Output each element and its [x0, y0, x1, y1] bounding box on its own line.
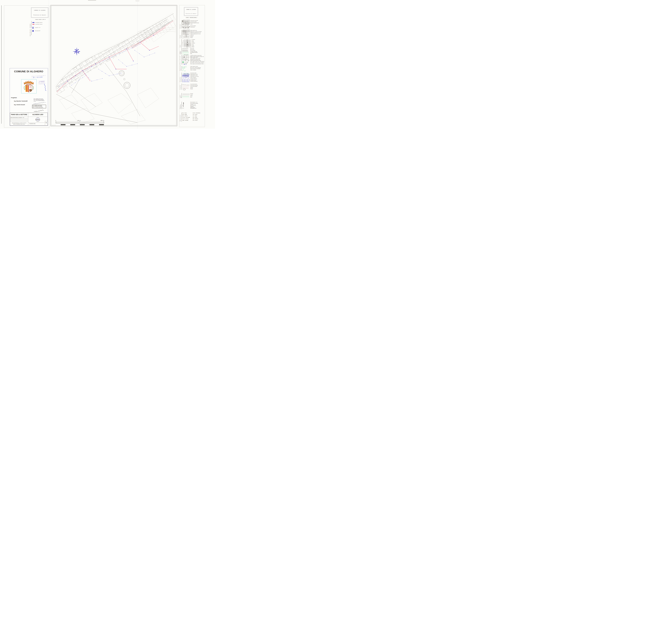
title-box-left: COMUNE DI ALGHERO Provincia di Sassari [31, 8, 48, 18]
scale-label-0: 0 [56, 120, 56, 121]
sent-symbol [182, 37, 190, 39]
legend-row-label: Provincia [190, 93, 204, 94]
legend-row: Cancellata, staccionata, rete metallica,… [182, 51, 204, 53]
signature-dirigente [43, 84, 47, 91]
abbreviation-right: P.tta - Pinnetta [193, 118, 204, 120]
legend-row-label: Pozzo, sorgente, presa, abbeveratoio, fo… [190, 63, 204, 64]
swatch-linee-media-tensione [33, 24, 34, 25]
stamp-allegato-number: 45 [33, 77, 34, 78]
stamp-cagliari-line2: PROVINCIA CAGLIARI [36, 99, 45, 100]
scale-segment [94, 124, 99, 125]
legend-row-label: Strada a due o tre corsie (7 mt ed oltre… [190, 31, 204, 32]
legend-row-label: Albero di essenza non identificabile [190, 69, 204, 69]
section-brace [182, 112, 182, 122]
legend-row: Comune [182, 94, 204, 96]
legend-row-label: Tabernacolo, croce isolata, grotta, staz… [190, 59, 204, 61]
stamp-allegato-del: del [35, 77, 36, 78]
legend-row-label: Punto Geodetico Catastale [190, 103, 204, 104]
lbosco-symbol [182, 97, 190, 99]
segni-legend: Ferroviestazioni in costruzioneFerrovia … [180, 20, 204, 129]
legend-row: C. lo in sede propriaTranviein sede stra… [182, 24, 204, 25]
scale-segment [56, 124, 61, 125]
legend-row-label: Bosco [190, 97, 204, 97]
table-ruled-line [10, 120, 28, 121]
legend-row: su viadottoCanale largo meno di 3 metri [182, 76, 204, 77]
abbreviation-right: G.na - Genna [193, 114, 204, 116]
table-ruled-line [10, 121, 28, 122]
legend-row: Frutteto, agrumeto, oliveto [182, 66, 204, 67]
section-label: Limiti di: [180, 93, 181, 98]
legend-row: Scarpata [182, 87, 204, 88]
svg-text:63.8: 63.8 [182, 108, 184, 108]
stamp-ordine-sassari: ORDINE INGEGNERI PROVINCIA DI SASSARI N.… [32, 105, 46, 108]
abbreviation-left: N.ghe - Nuraghe [182, 120, 193, 121]
table-sub2-cell: INDICAZIONE DELLO STATO DI FATTO PER LE … [10, 122, 28, 125]
legend-row-label: In muratura [192, 43, 206, 44]
abbreviation-row: Cuc.ru - CuccuruP.tta - Pinnetta [182, 118, 204, 120]
section-label: Ferrovie [180, 20, 181, 28]
section-label: Elementi divisori [180, 48, 181, 54]
scale-label-1000: 1000 mt. [100, 120, 105, 121]
legend-row-label: Bosco ceduo, macchia mediterranea [190, 67, 204, 68]
table-date-cell: GIUGNO 2001 [29, 123, 36, 124]
table-sheet-number: 5 [45, 122, 47, 124]
abbreviation-row: B.de - BaddeG.na - Genna [182, 114, 204, 116]
stamp-sassari-name: Dr. Ing. ANTONIO GAVINO DURANTI [35, 107, 43, 108]
legend-row-label: Rocciaio [190, 88, 204, 89]
compass-north-label: N [77, 51, 79, 52]
legend-row: 50Curva di livello direttrice [182, 84, 204, 85]
legend-row-label: Chiesa, cappella, cimitero, miniera [190, 58, 204, 59]
legend-row-label: Conduttura importante energia elettrica [190, 55, 204, 56]
segni-section-idrografia: IdrografiaLago, stagno, paludesu viadott… [180, 73, 204, 82]
legend-row-label: Canale largo oltre 3 metri [190, 74, 204, 74]
legend-row-label: Lago, stagno, palude [190, 73, 204, 73]
legend-row: Chiesa, cappella, cimitero, miniera [182, 58, 204, 59]
coat-of-arms [21, 79, 37, 94]
legend-row-label: Sentiero [190, 37, 204, 38]
em-group-brace [31, 21, 32, 28]
legend-row: In muratura [184, 39, 204, 40]
abbreviation-row: Cuc.du - CuccuredduM.za - Mitza [182, 117, 204, 118]
stai-logo-text: S.T.A.I. [34, 119, 42, 120]
table-sub2-line1: INDICAZIONE DELLO STATO DI FATTO [10, 122, 28, 123]
table-row1-rule [10, 117, 47, 117]
segni-section-ferrovie: Ferroviestazioni in costruzioneFerrovia … [180, 20, 204, 28]
stamp-cagliari-line3: Dott. Ing. MASSIMO TUMMINELLI [36, 100, 45, 101]
legend-row-label: Attraversamenti [190, 27, 204, 27]
legend-row-label: Muro a calce [190, 48, 204, 49]
swatch-linee-bassa-tensione [33, 22, 34, 23]
legend-row-label: Punto Geodetico I. G. M. [190, 102, 204, 102]
legend-subgroup-label: per ferrovie [182, 39, 183, 43]
segni-section-limiti-di-: Limiti di:ProvinciaComuneColturaBosco [180, 93, 204, 98]
pozzo-symbol [182, 63, 190, 65]
legend-row-label: Ferrovia in disarmo [190, 26, 204, 26]
city-map [51, 6, 176, 125]
legend-row: Caposaldo I. G. M. [182, 104, 204, 105]
section-label: Abbreviazioni [180, 112, 181, 121]
scale-segment [65, 124, 70, 125]
legend-row-label: Curva di livello ausiliaria [190, 86, 204, 87]
legend-row: Albero di essenza non identificabile [182, 69, 204, 70]
legend-row-label: Comune [190, 94, 204, 95]
legend-row: Curva di livello intermedia [182, 85, 204, 86]
legend-row-label: Ferrovia a scartamento ridotto [190, 23, 204, 23]
comune-title: COMUNE DI ALGHERO [186, 9, 196, 10]
segni-section-strade: Stradecon muri in costruzioneStrada a qu… [180, 30, 204, 38]
acqsop-symbol [182, 81, 190, 83]
legend-row: Tabernacolo, croce isolata, grotta, staz… [182, 59, 204, 61]
provincia-subtitle: Provincia di Sassari [186, 13, 196, 14]
scale-label-500: 500 mt. [77, 120, 81, 121]
legend-subgroup-label: per strade [182, 43, 183, 46]
screenshot-viewport: COMUNE DI ALGHERO Provincia di Sassari L… [0, 0, 215, 129]
legend-row-label: Serra, nuraghe, fumaiolo o torre, cabina… [190, 61, 204, 62]
em-item-label: Cabina MT - BT [35, 27, 40, 28]
veg4-symbol [182, 70, 190, 72]
section-brace [182, 66, 182, 71]
section-brace [182, 72, 182, 82]
segni-section-edifici-e-costruzioni: Edifici e costruzionidoppia sempliceCond… [180, 55, 204, 65]
abbreviation-left: Cuc.du - Cuccureddu [182, 117, 193, 118]
legend-row: Vigneto, cespugliato [182, 70, 204, 71]
legend-row: In muratura [184, 43, 204, 44]
ordine-cagliari-shield-icon [34, 98, 35, 101]
legend-row: Provincia [182, 93, 204, 94]
